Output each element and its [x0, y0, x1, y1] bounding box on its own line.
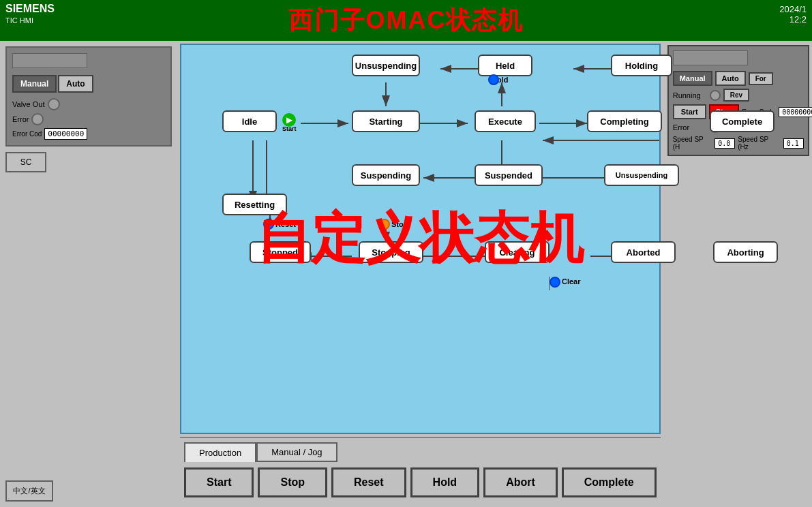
time: 12:2 — [779, 14, 807, 25]
control-area: Production Manual / Jog Start Stop Reset… — [180, 437, 661, 504]
forward-button[interactable]: For — [749, 72, 773, 85]
state-starting: Starting — [352, 110, 420, 132]
start-label: Start — [282, 125, 297, 132]
right-gray-bar — [673, 50, 748, 65]
hold-indicator — [488, 74, 499, 85]
state-clearing: Clearing — [485, 241, 550, 263]
left-control-box: Manual Auto Valve Out Error Error Cod 00… — [5, 46, 172, 147]
valve-indicator — [48, 98, 60, 110]
auto-button[interactable]: Auto — [58, 75, 93, 93]
gray-bar — [12, 53, 87, 68]
error-code-row: Error Cod 00000000 — [12, 128, 165, 140]
state-complete: Complete — [710, 110, 775, 132]
right-error-code-value: 00000000 — [779, 107, 812, 117]
manual-auto-row: Manual Auto — [12, 75, 165, 93]
language-button[interactable]: 中文/英文 — [5, 480, 53, 502]
running-indicator — [710, 90, 721, 101]
reset-indicator — [263, 219, 274, 230]
state-stopping: Stopping — [359, 241, 423, 263]
state-un-holding: Unsuspending — [352, 55, 420, 76]
error-label: Error — [12, 115, 29, 123]
state-suspending: Suspending — [352, 164, 420, 186]
speed-label-1: Speed SP (H — [673, 136, 712, 151]
state-execute: Execute — [475, 110, 536, 132]
right-manual-auto-row: Manual Auto For — [673, 71, 804, 86]
right-manual-button[interactable]: Manual — [673, 71, 712, 86]
state-resetting: Resetting — [222, 194, 287, 215]
state-unsuspending: Unsuspending — [604, 164, 679, 186]
brand-sub: TIC HMI — [5, 16, 33, 25]
tab-row: Production Manual / Jog — [184, 442, 657, 462]
right-start-button[interactable]: Start — [673, 104, 706, 119]
start-indicator: ▶ — [282, 113, 296, 127]
running-label: Running — [673, 91, 707, 99]
error-code-value: 00000000 — [44, 128, 87, 140]
arrows-svg — [181, 45, 659, 433]
sc-button[interactable]: SC — [5, 152, 46, 172]
center-panel: Unsuspending Held Holding Hold Idle ▶ St… — [177, 41, 663, 507]
reset-button[interactable]: Reset — [331, 467, 406, 497]
error-indicator — [31, 113, 44, 125]
stop-button[interactable]: Stop — [258, 467, 327, 497]
state-machine-diagram: Unsuspending Held Holding Hold Idle ▶ St… — [180, 44, 661, 434]
state-held: Held — [478, 55, 532, 76]
clear-indicator — [550, 277, 560, 288]
clear-label: Clear — [562, 277, 581, 286]
manual-button[interactable]: Manual — [12, 75, 57, 93]
error-row: Error — [12, 113, 165, 125]
state-aborting: Aborting — [713, 241, 778, 263]
complete-button[interactable]: Complete — [562, 467, 657, 497]
error-code-label: Error Cod — [12, 130, 42, 138]
datetime: 2024/1 12:2 — [779, 4, 807, 25]
stop-label: Stop — [391, 220, 408, 228]
right-control-box: Manual Auto For Running Rev Start Stop E… — [667, 45, 809, 156]
action-row: Start Stop Reset Hold Abort Complete — [184, 465, 657, 500]
state-completing: Completing — [587, 110, 662, 132]
page-title: 西门子OMAC状态机 — [288, 4, 524, 37]
abort-button[interactable]: Abort — [483, 467, 558, 497]
stop-indicator — [379, 219, 390, 230]
state-holding: Holding — [611, 55, 672, 76]
hold-button[interactable]: Hold — [410, 467, 480, 497]
overlay-text: 自定义状态机 — [256, 202, 584, 276]
brand-logo: SIEMENS — [5, 3, 55, 15]
state-idle: Idle — [222, 110, 277, 132]
tab-production[interactable]: Production — [184, 442, 256, 462]
right-running-row: Running Rev — [673, 89, 804, 102]
valve-row: Valve Out — [12, 98, 165, 110]
right-auto-button[interactable]: Auto — [715, 71, 746, 86]
left-panel: Manual Auto Valve Out Error Error Cod 00… — [0, 41, 177, 507]
state-stopped: Stopped — [250, 241, 311, 263]
date: 2024/1 — [779, 4, 807, 14]
start-button[interactable]: Start — [184, 467, 254, 497]
state-suspended: Suspended — [475, 164, 543, 186]
speed-value-1: 0.0 — [715, 138, 735, 149]
speed-row: Speed SP (H 0.0 Speed SP (Hz 0.1 — [673, 136, 804, 151]
top-bar: SIEMENS TIC HMI 西门子OMAC状态机 2024/1 12:2 — [0, 0, 812, 41]
speed-value-2: 0.1 — [783, 138, 804, 149]
speed-label-2: Speed SP (Hz — [738, 136, 780, 151]
state-aborted: Aborted — [611, 241, 676, 263]
reset-label: Reset — [275, 220, 296, 228]
valve-out-label: Valve Out — [12, 100, 45, 108]
right-error-label: Error — [673, 123, 707, 132]
reverse-button[interactable]: Rev — [723, 89, 749, 102]
tab-manual-jog[interactable]: Manual / Jog — [256, 442, 337, 462]
